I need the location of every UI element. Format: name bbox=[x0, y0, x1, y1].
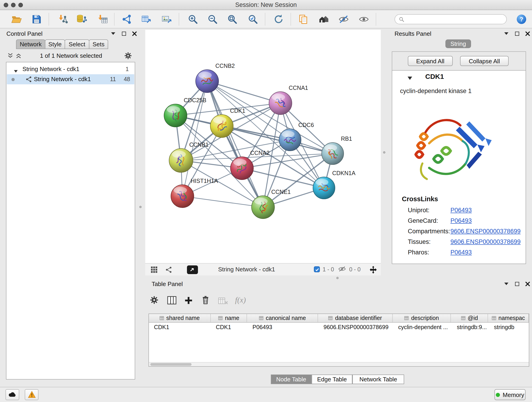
network-node[interactable]: CCNE1 bbox=[252, 189, 291, 219]
network-overview-button[interactable] bbox=[317, 13, 330, 26]
network-share-icon[interactable] bbox=[165, 266, 172, 274]
control-panel-title: Control Panel bbox=[6, 30, 43, 37]
network-node[interactable]: CDC25B bbox=[164, 97, 206, 127]
apply-layout-button[interactable] bbox=[272, 13, 285, 26]
results-panel: Results Panel String Expand All Collapse… bbox=[389, 28, 532, 277]
warning-icon bbox=[28, 391, 36, 398]
close-panel-icon[interactable] bbox=[525, 281, 530, 287]
selection-checkbox[interactable] bbox=[314, 266, 320, 272]
section-expander-icon[interactable] bbox=[407, 75, 412, 82]
open-session-button[interactable] bbox=[10, 13, 23, 26]
table-gear-icon[interactable] bbox=[150, 296, 158, 306]
zoom-out-button[interactable] bbox=[206, 13, 219, 26]
new-network-button[interactable] bbox=[120, 13, 133, 26]
add-column-icon[interactable] bbox=[184, 296, 193, 306]
search-field[interactable] bbox=[394, 14, 507, 24]
window-zoom-button[interactable] bbox=[18, 3, 23, 7]
tab-string[interactable]: String bbox=[445, 39, 471, 48]
eye-slash-icon bbox=[338, 14, 349, 25]
node-label: HIST1H1A bbox=[191, 178, 218, 184]
tab-edge-table[interactable]: Edge Table bbox=[312, 375, 352, 384]
column-header-2[interactable]: canonical name bbox=[247, 314, 318, 322]
tab-node-table[interactable]: Node Table bbox=[271, 375, 312, 384]
export-image-button[interactable] bbox=[160, 13, 173, 26]
cloud-button[interactable] bbox=[6, 389, 19, 400]
horizontal-splitter-handle[interactable] bbox=[336, 277, 339, 279]
column-header-0[interactable]: shared name bbox=[149, 314, 210, 322]
zoom-in-button[interactable] bbox=[186, 13, 199, 26]
warnings-button[interactable] bbox=[25, 389, 38, 400]
crosslink-value-link[interactable]: 9606.ENSP00000378699 bbox=[450, 238, 520, 245]
import-network-from-database-button[interactable] bbox=[75, 13, 88, 26]
collapse-panel-icon[interactable] bbox=[504, 31, 509, 36]
export-network-button[interactable] bbox=[140, 13, 152, 26]
help-button[interactable]: ? bbox=[515, 13, 528, 26]
column-header-6[interactable]: namespac bbox=[488, 314, 529, 322]
close-panel-icon[interactable] bbox=[525, 31, 530, 36]
table-row[interactable]: CDK1CDK1P064939606.ENSP00000378699cyclin… bbox=[149, 323, 530, 332]
network-node[interactable]: CCNB1 bbox=[169, 141, 209, 172]
search-input[interactable] bbox=[407, 16, 499, 22]
network-edge[interactable] bbox=[207, 81, 263, 207]
import-table-button[interactable] bbox=[96, 13, 109, 26]
tab-sets[interactable]: Sets bbox=[89, 39, 108, 49]
close-panel-icon[interactable] bbox=[132, 31, 137, 36]
network-node[interactable]: CCNA1 bbox=[269, 85, 308, 115]
network-row[interactable]: String Network - cdk1 11 48 bbox=[7, 74, 134, 84]
crosslink-value-link[interactable]: P06493 bbox=[450, 217, 472, 224]
window-close-button[interactable] bbox=[4, 3, 8, 7]
collapse-panel-icon[interactable] bbox=[110, 31, 116, 36]
grid-view-icon[interactable] bbox=[151, 266, 158, 274]
tab-style[interactable]: Style bbox=[45, 39, 65, 49]
collapse-all-button[interactable]: Collapse All bbox=[460, 56, 509, 66]
select-columns-icon[interactable] bbox=[167, 296, 177, 306]
expander-icon[interactable] bbox=[14, 67, 18, 74]
gear-icon[interactable] bbox=[124, 52, 132, 61]
float-panel-icon[interactable] bbox=[514, 281, 520, 287]
network-node[interactable]: HIST1H1A bbox=[171, 178, 218, 208]
crosslink-row: Compartments:9606.ENSP00000378699 bbox=[408, 228, 521, 238]
show-graphics-details-button[interactable] bbox=[357, 13, 370, 26]
collapse-panel-icon[interactable] bbox=[504, 281, 509, 287]
float-panel-icon[interactable] bbox=[121, 31, 127, 36]
column-header-1[interactable]: name bbox=[210, 314, 247, 322]
delete-column-icon[interactable] bbox=[202, 296, 209, 306]
horizontal-scrollbar[interactable] bbox=[149, 362, 529, 366]
network-edge[interactable] bbox=[182, 196, 263, 207]
function-builder-icon[interactable]: f(x) bbox=[235, 296, 246, 305]
import-network-from-file-button[interactable] bbox=[56, 13, 69, 26]
move-icon[interactable] bbox=[369, 265, 378, 275]
crosslink-value-link[interactable]: 9606.ENSP00000378699 bbox=[450, 228, 520, 235]
tab-network-table[interactable]: Network Table bbox=[352, 375, 404, 384]
column-header-4[interactable]: description bbox=[393, 314, 451, 322]
column-header-3[interactable]: database identifier bbox=[318, 314, 393, 322]
right-splitter-handle[interactable] bbox=[383, 151, 385, 153]
float-panel-icon[interactable] bbox=[514, 31, 520, 36]
tab-select[interactable]: Select bbox=[65, 39, 89, 49]
hide-graphics-details-button[interactable] bbox=[337, 13, 350, 26]
table-panel-title: Table Panel bbox=[152, 280, 183, 287]
network-graph: CCNB2CCNA1CDC25BCDK1CDC6RB1CCNB1CCNA2CDK… bbox=[145, 30, 381, 263]
window-minimize-button[interactable] bbox=[11, 3, 16, 7]
collection-count: 1 bbox=[126, 66, 129, 72]
network-collection-row[interactable]: String Network - cdk1 1 bbox=[7, 64, 134, 74]
birds-eye-view-button[interactable] bbox=[187, 265, 198, 274]
crosslink-value-link[interactable]: P06493 bbox=[450, 207, 472, 214]
save-session-button[interactable] bbox=[30, 13, 43, 26]
copy-button[interactable] bbox=[297, 13, 310, 26]
zoom-fit-button[interactable] bbox=[226, 13, 239, 26]
network-canvas[interactable]: CCNB2CCNA1CDC25BCDK1CDC6RB1CCNB1CCNA2CDK… bbox=[145, 30, 381, 263]
column-header-5[interactable]: @id bbox=[451, 314, 488, 322]
left-splitter-handle[interactable] bbox=[139, 206, 142, 208]
tab-network[interactable]: Network bbox=[16, 39, 45, 49]
expand-all-button[interactable]: Expand All bbox=[408, 56, 453, 66]
protein-structure-image bbox=[402, 101, 492, 190]
zoom-selected-button[interactable] bbox=[247, 13, 259, 26]
crosslink-value-link[interactable]: P06493 bbox=[450, 249, 472, 256]
memory-button[interactable]: Memory bbox=[494, 389, 526, 400]
network-node[interactable]: RB1 bbox=[322, 135, 352, 165]
table-cell: stringdb bbox=[489, 323, 530, 332]
network-node[interactable]: CDK1 bbox=[210, 108, 245, 138]
scrollbar-thumb[interactable] bbox=[150, 363, 191, 366]
network-node[interactable]: CDKN1A bbox=[313, 170, 355, 199]
